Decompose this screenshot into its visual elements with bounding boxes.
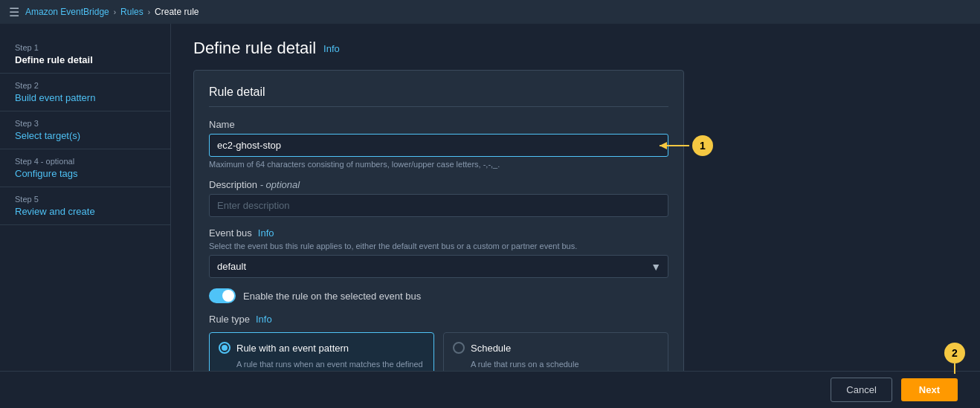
sidebar-item-define-rule[interactable]: Define rule detail [15, 54, 155, 65]
page-info-link[interactable]: Info [323, 43, 340, 54]
menu-icon[interactable]: ☰ [9, 5, 19, 19]
event-bus-subtitle: Select the event bus this rule applies t… [209, 242, 668, 250]
step-5-label: Step 5 [15, 195, 155, 204]
sidebar-step-3: Step 3 Select target(s) [0, 111, 170, 149]
event-bus-info-link[interactable]: Info [258, 227, 274, 239]
step-4-label: Step 4 - optional [15, 157, 155, 166]
next-callout-wrapper: 2 Next [901, 378, 958, 401]
description-input[interactable] [209, 194, 668, 217]
event-pattern-header: Rule with an event pattern [219, 342, 425, 354]
rule-type-info-link[interactable]: Info [256, 314, 272, 325]
schedule-header: Schedule [453, 342, 659, 354]
step-3-label: Step 3 [15, 119, 155, 128]
event-bus-label-row: Event bus Info [209, 227, 668, 239]
name-form-group: Name 1 Maximum of 64 characters consisti… [209, 119, 668, 169]
main-content: Define rule detail Info Rule detail Name… [171, 24, 980, 408]
rule-type-label-row: Rule type Info [209, 314, 668, 325]
sidebar-item-select-target[interactable]: Select target(s) [15, 130, 155, 141]
sidebar-item-review[interactable]: Review and create [15, 206, 155, 217]
toggle-row: Enable the rule on the selected event bu… [209, 288, 668, 303]
schedule-title: Schedule [471, 343, 511, 354]
callout-2: 2 [944, 343, 965, 363]
toggle-label: Enable the rule on the selected event bu… [243, 291, 421, 302]
event-bus-form-group: Event bus Info Select the event bus this… [209, 227, 668, 278]
sidebar-step-4: Step 4 - optional Configure tags [0, 149, 170, 187]
breadcrumb-eventbridge[interactable]: Amazon EventBridge [25, 7, 109, 17]
name-hint: Maximum of 64 characters consisting of n… [209, 160, 668, 169]
footer: Cancel 2 Next [0, 371, 980, 408]
event-pattern-title: Rule with an event pattern [236, 343, 349, 354]
next-button[interactable]: Next [901, 378, 958, 401]
page-title: Define rule detail [193, 39, 316, 58]
breadcrumb-rules[interactable]: Rules [120, 7, 144, 17]
schedule-desc: A rule that runs on a schedule [471, 358, 659, 371]
step-2-label: Step 2 [15, 81, 155, 90]
schedule-radio [453, 342, 465, 354]
description-label: Description - optional [209, 179, 668, 190]
step-1-label: Step 1 [15, 43, 155, 52]
rule-detail-card: Rule detail Name 1 Maximum of 64 charact… [193, 70, 684, 408]
sidebar-step-5: Step 5 Review and create [0, 187, 170, 225]
sidebar-item-configure-tags[interactable]: Configure tags [15, 168, 155, 179]
page-title-section: Define rule detail Info [193, 39, 958, 58]
rule-type-label: Rule type [209, 314, 250, 325]
callout-1: 1 [692, 135, 713, 156]
main-layout: Step 1 Define rule detail Step 2 Build e… [0, 24, 980, 408]
breadcrumb-current: Create rule [155, 7, 199, 17]
enable-rule-toggle[interactable] [209, 288, 236, 303]
event-pattern-radio [219, 342, 231, 354]
sidebar-step-2: Step 2 Build event pattern [0, 74, 170, 111]
event-bus-select[interactable]: default custom [209, 255, 668, 278]
description-form-group: Description - optional [209, 179, 668, 217]
name-input[interactable] [209, 134, 668, 157]
breadcrumb-sep-2: › [148, 8, 150, 16]
breadcrumb: Amazon EventBridge › Rules › Create rule [25, 7, 199, 17]
top-bar: ☰ Amazon EventBridge › Rules › Create ru… [0, 0, 980, 24]
event-bus-select-wrapper: default custom ▼ [209, 255, 668, 278]
breadcrumb-sep-1: › [114, 8, 116, 16]
event-bus-label: Event bus [209, 227, 252, 239]
name-input-wrapper: 1 [209, 134, 668, 157]
toggle-knob [222, 290, 234, 302]
cancel-button[interactable]: Cancel [831, 378, 892, 402]
card-title: Rule detail [209, 85, 668, 107]
sidebar: Step 1 Define rule detail Step 2 Build e… [0, 24, 171, 408]
sidebar-step-1: Step 1 Define rule detail [0, 36, 170, 74]
name-label: Name [209, 119, 668, 130]
sidebar-item-build-event[interactable]: Build event pattern [15, 92, 155, 103]
